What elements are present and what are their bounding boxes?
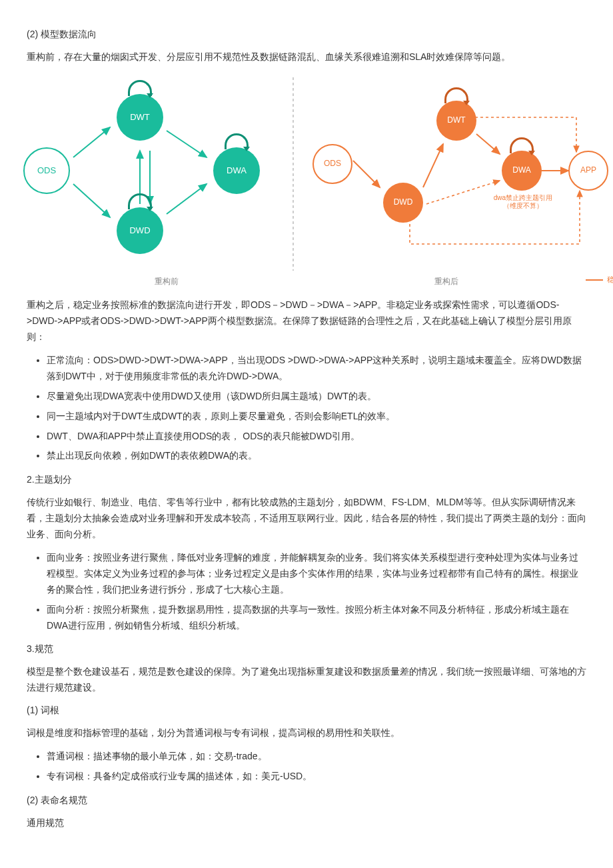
- node-dwt: DWT: [436, 101, 476, 141]
- legend-stable-label: 稳定业务: [607, 275, 613, 285]
- rule-item: 尽量避免出现DWA宽表中使用DWD又使用（该DWD所归属主题域）DWT的表。: [47, 389, 586, 405]
- root-item: 专有词根：具备约定成俗或行业专属的描述体，如：美元-USD。: [47, 769, 586, 785]
- svg-line-3: [167, 184, 207, 214]
- root-item: 普通词根：描述事物的最小单元体，如：交易-trade。: [47, 749, 586, 765]
- diagram-container: ODS DWT DWD DWA: [27, 77, 586, 271]
- topics-list: 面向业务：按照业务进行聚焦，降低对业务理解的难度，并能解耦复杂的业务。我们将实体…: [47, 550, 586, 633]
- node-dwt: DWT: [117, 94, 163, 141]
- paragraph-root: 词根是维度和指标管理的基础，划分为普通词根与专有词根，提高词根的易用性和关联性。: [27, 725, 586, 741]
- rule-item: 同一主题域内对于DWT生成DWT的表，原则上要尽量避免，否则会影响ETL的效率。: [47, 409, 586, 425]
- rule-item: 禁止出现反向依赖，例如DWT的表依赖DWA的表。: [47, 448, 586, 464]
- topic-item: 面向分析：按照分析聚焦，提升数据易用性，提高数据的共享与一致性。按照分析主体对象…: [47, 602, 586, 634]
- svg-line-1: [73, 184, 110, 217]
- paragraph-topic: 传统行业如银行、制造业、电信、零售等行业中，都有比较成熟的主题划分，如BDWM、…: [27, 495, 586, 542]
- rule-item: 正常流向：ODS>DWD->DWT->DWA->APP，当出现ODS >DWD-…: [47, 353, 586, 385]
- svg-line-2: [167, 131, 207, 157]
- rules-list: 正常流向：ODS>DWD->DWT->DWA->APP，当出现ODS >DWD-…: [47, 353, 586, 464]
- node-dwa: DWA: [213, 147, 260, 194]
- selfloop-icon: [128, 193, 152, 209]
- svg-line-10: [426, 181, 500, 204]
- svg-line-8: [476, 134, 500, 154]
- selfloop-icon: [510, 137, 534, 153]
- legend-line-icon: [586, 279, 603, 281]
- caption-before: 重构前: [27, 275, 306, 288]
- paragraph-before: 重构前，存在大量的烟囱式开发、分层应引用不规范性及数据链路混乱、血缘关系很难追溯…: [27, 49, 586, 65]
- node-ods: ODS: [23, 147, 70, 194]
- selfloop-icon: [225, 133, 249, 149]
- paragraph-naming-sub: 通用规范: [27, 815, 586, 831]
- section-heading-spec: 3.规范: [27, 641, 586, 657]
- node-ods: ODS: [312, 144, 352, 184]
- svg-line-6: [353, 161, 380, 187]
- topic-item: 面向业务：按照业务进行聚焦，降低对业务理解的难度，并能解耦复杂的业务。我们将实体…: [47, 550, 586, 597]
- section-heading-topic: 2.主题划分: [27, 472, 586, 488]
- subheading-naming: (2) 表命名规范: [27, 793, 586, 809]
- note-dwa-restriction: dwa禁止跨主题引用（维度不算）: [490, 194, 556, 210]
- node-dwa: DWA: [502, 151, 542, 191]
- rule-item: DWT、DWA和APP中禁止直接使用ODS的表， ODS的表只能被DWD引用。: [47, 429, 586, 445]
- subheading-root: (1) 词根: [27, 703, 586, 719]
- vertical-divider: [293, 77, 294, 271]
- diagram-after: ODS DWD DWT DWA APP dwa禁止跨主题引用（维度不算） 稳定业…: [303, 77, 596, 271]
- selfloop-icon: [444, 87, 468, 103]
- paragraph-after: 重构之后，稳定业务按照标准的数据流向进行开发，即ODS－>DWD－>DWA－>A…: [27, 297, 586, 345]
- node-dwd: DWD: [383, 183, 423, 223]
- paragraph-spec: 模型是整个数仓建设基石，规范是数仓建设的保障。为了避免出现指标重复建设和数据质量…: [27, 664, 586, 696]
- svg-line-7: [423, 144, 443, 187]
- roots-list: 普通词根：描述事物的最小单元体，如：交易-trade。 专有词根：具备约定成俗或…: [47, 749, 586, 785]
- selfloop-icon: [128, 80, 152, 96]
- caption-after: 重构后: [306, 275, 586, 288]
- svg-line-0: [73, 127, 110, 157]
- node-app: APP: [568, 151, 608, 191]
- node-dwd: DWD: [117, 207, 163, 254]
- legend: 稳定业务: [586, 275, 613, 285]
- diagram-before: ODS DWT DWD DWA: [17, 77, 283, 271]
- caption-row: 重构前 重构后: [27, 275, 586, 288]
- section-heading: (2) 模型数据流向: [27, 27, 586, 43]
